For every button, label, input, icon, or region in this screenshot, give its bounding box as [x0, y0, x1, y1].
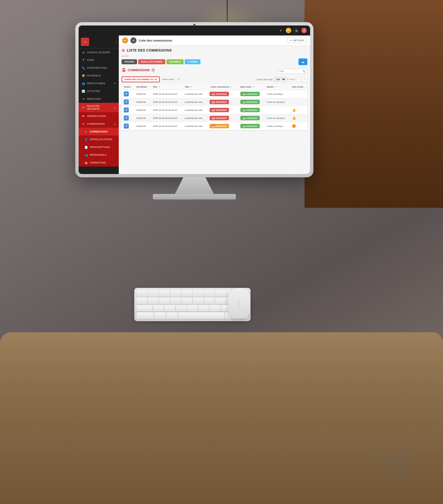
td-ville-3: La Roche-sur-Yon: [182, 106, 207, 114]
breadcrumb-add-btn[interactable]: +: [130, 37, 136, 44]
th-nature[interactable]: Nature ▼: [264, 84, 290, 90]
key[interactable]: [215, 290, 226, 297]
book-icon: 📚: [84, 161, 88, 165]
key[interactable]: [148, 290, 159, 297]
th-date-commission[interactable]: ↓ Date commission ▼: [207, 84, 238, 90]
key[interactable]: [198, 305, 209, 312]
filter-tab-all[interactable]: TOUTES: [122, 59, 137, 64]
view-btn-5[interactable]: 👁: [124, 124, 129, 129]
key[interactable]: [204, 298, 215, 304]
th-date-visite[interactable]: Date visite ▼: [238, 84, 265, 90]
key[interactable]: [204, 290, 215, 297]
td-date-visite-1: 📅 13/12/2022: [238, 90, 265, 98]
td-identifiant-4: COM-###: [134, 114, 151, 122]
help-icon[interactable]: ?: [151, 68, 155, 72]
chevron-up-icon: ▲: [114, 106, 116, 109]
sidebar-item-interlocuteurs[interactable]: 👤 INTERLOCUTEURS: [79, 135, 119, 143]
users-icon: 👥: [81, 81, 85, 85]
filter-tab-passed[interactable]: PASSÉES: [166, 59, 184, 64]
sidebar-collapse-btn[interactable]: ‹: [115, 40, 117, 44]
magnifier-icon: 🔍: [302, 70, 305, 73]
search-input[interactable]: [279, 70, 301, 72]
key[interactable]: [170, 290, 181, 297]
key[interactable]: [136, 290, 147, 297]
sidebar-item-prescriptions[interactable]: 📄 PRESCRIPTIONS: [79, 143, 119, 151]
sidebar-item-materiels[interactable]: 📦 MATÉRIELS: [79, 72, 119, 80]
sidebar-item-prestataires[interactable]: 👥 PRESTATAIRES ▼: [79, 80, 119, 87]
sidebar-item-sites[interactable]: 📍 SITES: [79, 56, 119, 64]
td-identifiant-3: COM-###: [134, 106, 151, 114]
td-avis-3: 👍: [290, 106, 307, 114]
breadcrumb-home-icon[interactable]: 🏠: [122, 37, 128, 44]
columns-chooser-button[interactable]: CHOIX DES COLONNES 10 / 10: [122, 76, 160, 82]
key[interactable]: [136, 298, 147, 304]
key[interactable]: [181, 298, 192, 304]
td-site-1: SITE ##-##-##-##-##-##: [151, 90, 182, 98]
calendar-icon[interactable]: ▦: [293, 28, 299, 33]
key[interactable]: [148, 298, 159, 304]
app-topbar: ▼ 🔔 ▦ J: [79, 25, 310, 35]
pagination-prev[interactable]: ‹: [296, 77, 301, 82]
key[interactable]: [193, 290, 204, 297]
date-visite-badge-5: 📅 04/04/2022: [240, 124, 260, 128]
table-row: 👁 COM-### SITE ##-##-##-##-##-## La Roch…: [122, 114, 307, 122]
check-circle-icon: ✔: [81, 122, 85, 126]
user-avatar[interactable]: J: [301, 28, 307, 33]
view-btn-4[interactable]: 👁: [124, 116, 129, 121]
key[interactable]: [159, 298, 170, 304]
sidebar-item-tableau-de-bord[interactable]: ⊞ TABLEAU DE BORD: [79, 48, 119, 56]
key[interactable]: [181, 290, 192, 297]
key[interactable]: [176, 305, 187, 312]
key[interactable]: [159, 290, 170, 297]
sidebar-label-interlocuteurs: INTERLOCUTEURS: [90, 138, 112, 141]
mouse[interactable]: [228, 288, 250, 318]
sidebar-item-formations[interactable]: 📚 FORMATIONS: [79, 159, 119, 167]
th-site[interactable]: Site ▼: [151, 84, 182, 90]
view-btn-3[interactable]: 👁: [124, 108, 129, 112]
td-date-visite-5: 📅 04/04/2022: [238, 122, 265, 130]
key[interactable]: [215, 298, 226, 304]
sidebar-item-personnels[interactable]: 👥 PERSONNELS: [79, 151, 119, 159]
th-ville[interactable]: Ville ▼: [182, 84, 207, 90]
td-avis-2: -: [290, 98, 307, 106]
per-page-select[interactable]: 200: [274, 77, 286, 82]
notification-bell[interactable]: 🔔: [286, 28, 291, 33]
back-button[interactable]: ↩ RETOUR: [287, 38, 307, 43]
view-btn-1[interactable]: 👁: [124, 91, 129, 96]
filter-tab-upcoming[interactable]: À VENIR: [185, 59, 200, 64]
sidebar-label-materiels: MATÉRIELS: [87, 74, 101, 77]
td-date-commission-5: 📅 15/05/2022: [207, 122, 238, 130]
key[interactable]: [164, 305, 175, 312]
table-row: 👁 COM-### SITE ##-##-##-##-##-## La Roch…: [122, 98, 307, 106]
sidebar-item-commissions[interactable]: ✔ COMMISSIONS ▲: [79, 120, 119, 128]
cloud-download-button[interactable]: ☁: [298, 58, 307, 65]
key[interactable]: [153, 305, 164, 312]
td-date-commission-1: 📅 13/12/2022: [207, 90, 238, 98]
key[interactable]: [193, 298, 204, 304]
td-action-3: 👁: [122, 106, 134, 114]
key-fn[interactable]: [154, 312, 166, 319]
sidebar-item-commissions-sub[interactable]: ✔ COMMISSIONS: [79, 128, 119, 135]
key[interactable]: [210, 305, 220, 312]
back-button-label: RETOUR: [293, 39, 304, 42]
filter-icon[interactable]: ▼: [278, 28, 284, 33]
sidebar-item-registre-securite[interactable]: 🛡 REGISTRE SÉCURITÉ ▲: [79, 103, 119, 112]
sidebar-item-interventions[interactable]: 🔧 INTERVENTIONS: [79, 64, 119, 72]
key[interactable]: [187, 305, 198, 312]
logo-badge: ⚠: [81, 38, 89, 46]
sidebar-item-messages[interactable]: ✉ MESSAGES: [79, 95, 119, 103]
cal-icon-7: 📅: [212, 117, 215, 119]
filter-tab-non-closed[interactable]: NON CLÔTURÉES: [138, 59, 165, 64]
key-ctrl[interactable]: [136, 312, 154, 319]
key-shift[interactable]: [136, 305, 153, 312]
sidebar-item-activites[interactable]: 📊 ACTIVITÉS: [79, 87, 119, 95]
key[interactable]: [170, 298, 181, 304]
app-body: ⚠ ‹ ⊞ TABLEAU DE BORD 📍 SITES 🔧: [79, 35, 310, 174]
key-alt[interactable]: [166, 312, 178, 319]
pagination-next[interactable]: ›: [302, 77, 307, 82]
monitor-camera: [193, 24, 195, 26]
filter-tabs: TOUTES NON CLÔTURÉES PASSÉES À VENIR ☁: [122, 58, 307, 65]
key-space[interactable]: [178, 312, 224, 319]
view-btn-2[interactable]: 👁: [124, 99, 129, 104]
sidebar-item-observations[interactable]: 👁 OBSERVATIONS: [79, 112, 119, 120]
